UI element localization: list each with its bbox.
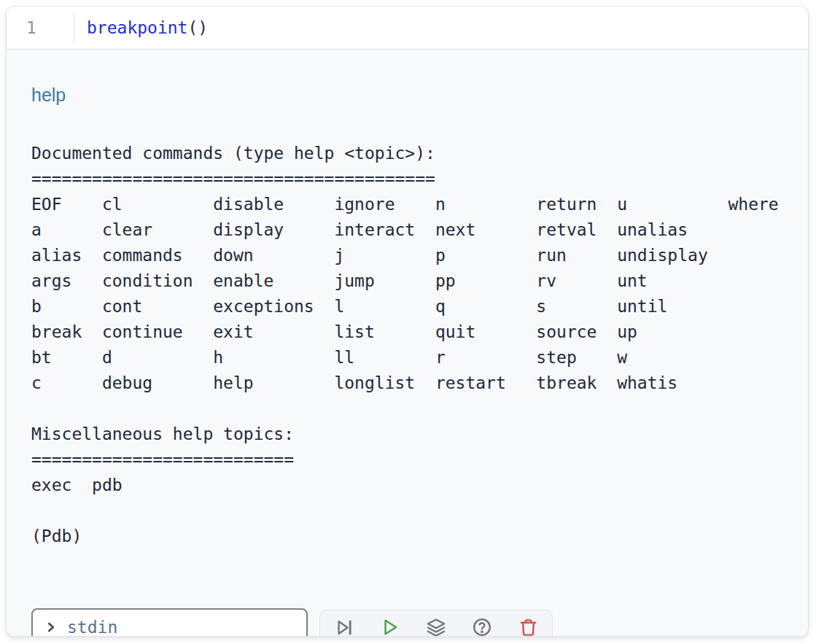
output-line: bt d h ll r step w <box>31 345 783 371</box>
output-line: Miscellaneous help topics: <box>31 422 783 447</box>
debug-toolbar <box>319 610 553 637</box>
output-line: Documented commands (type help <topic>): <box>31 141 783 166</box>
output-line: ========================== <box>31 447 783 473</box>
code-token-builtin: breakpoint <box>87 18 187 37</box>
output-line: alias commands down j p run undisplay <box>31 243 783 268</box>
step-next-button[interactable] <box>330 613 358 637</box>
help-circle-icon <box>472 617 492 637</box>
chevron-right-icon <box>43 619 59 635</box>
echoed-stdin-command: help <box>31 84 783 106</box>
code-editor: 1 breakpoint () <box>7 7 808 50</box>
output-line: EOF cl disable ignore n return u where <box>31 192 783 217</box>
output-line: ======================================== <box>31 166 783 192</box>
output-line: b cont exceptions l q s until <box>31 294 783 319</box>
output-line <box>31 498 783 524</box>
output-line <box>31 396 783 422</box>
trash-icon <box>518 618 538 637</box>
stack-button[interactable] <box>422 613 450 637</box>
output-line: exec pdb <box>31 473 783 498</box>
console-output-area: help Documented commands (type help <top… <box>7 84 808 637</box>
pdb-help-output: Documented commands (type help <topic>):… <box>31 141 783 549</box>
output-line: break continue exit list quit source up <box>31 319 783 345</box>
line-number-gutter: 1 <box>7 7 74 49</box>
code-token-punctuation: () <box>187 18 208 37</box>
output-line: args condition enable jump pp rv unt <box>31 268 783 294</box>
run-button[interactable] <box>376 613 404 637</box>
layers-icon <box>426 617 446 637</box>
output-line: a clear display interact next retval una… <box>31 217 783 243</box>
output-line: c debug help longlist restart tbreak wha… <box>31 371 783 396</box>
stdin-box[interactable] <box>31 608 308 637</box>
code-line[interactable]: breakpoint () <box>74 7 208 49</box>
play-icon <box>380 617 400 637</box>
step-forward-icon <box>335 618 354 637</box>
clear-button[interactable] <box>514 613 542 637</box>
line-number: 1 <box>26 18 36 37</box>
stdin-input[interactable] <box>66 617 299 637</box>
pdb-prompt: (Pdb) <box>31 524 783 549</box>
help-button[interactable] <box>468 613 496 637</box>
io-row <box>31 608 553 637</box>
code-playground-card: 1 breakpoint () help Documented commands… <box>6 6 809 637</box>
